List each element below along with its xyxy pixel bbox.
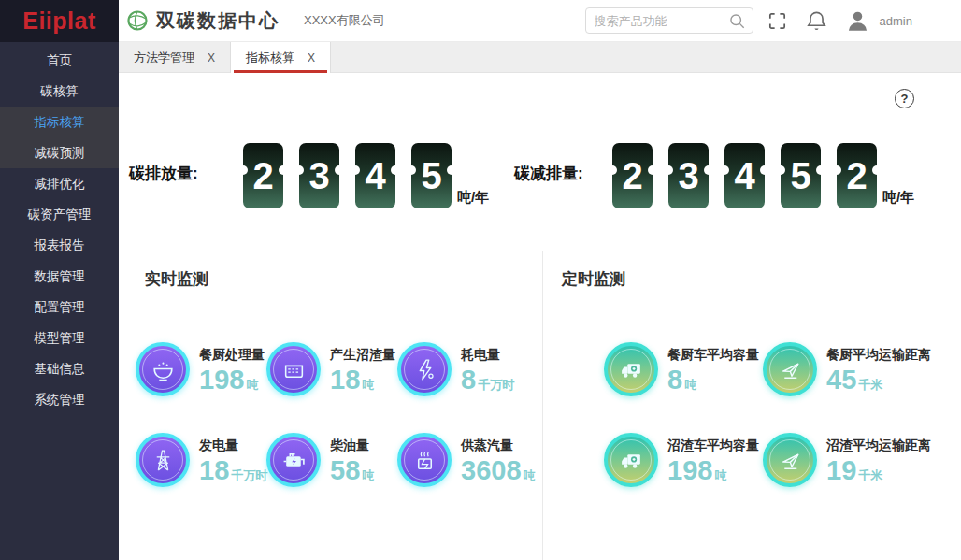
panel-scheduled-monitoring: 定时监测 餐厨车平均容量 8 吨 (542, 251, 961, 560)
sidebar-item-emission-reduction-optimization[interactable]: 减排优化 (0, 168, 119, 199)
app-logo: Eiiplat (0, 0, 119, 42)
sidebar-item-config-management[interactable]: 配置管理 (0, 292, 119, 323)
sidebar-item-data-management[interactable]: 数据管理 (0, 261, 119, 292)
metric-steam-supply: 供蒸汽量 3608 吨 (397, 433, 536, 487)
emission-counter-digits: 2 3 4 5 (243, 143, 452, 208)
flip-digit: 3 (668, 143, 709, 208)
reduction-counter-digits: 2 3 4 5 2 (612, 143, 877, 208)
help-icon[interactable]: ? (895, 89, 914, 108)
metric-value: 3608 (461, 455, 522, 485)
reduction-counter-unit: 吨/年 (882, 189, 914, 206)
metric-label: 餐厨车平均容量 (667, 347, 759, 363)
metric-unit: 吨 (362, 467, 374, 484)
search-input[interactable] (595, 14, 725, 28)
metric-value: 18 (330, 365, 360, 395)
flip-digit: 5 (781, 143, 821, 208)
navigation-icon (763, 342, 817, 396)
metric-label: 沼渣车平均容量 (667, 438, 759, 453)
power-tower-icon (136, 433, 190, 487)
metric-value: 198 (667, 455, 712, 485)
metric-label: 柴油量 (330, 438, 374, 453)
steam-boiler-icon (397, 433, 452, 487)
truck-icon (604, 433, 658, 487)
sidebar-item-carbon-accounting[interactable]: 碳核算 (0, 76, 119, 107)
emission-counter-label: 碳排放量: (129, 165, 198, 183)
sidebar-item-home[interactable]: 首页 (0, 45, 119, 76)
tab-label: 指标核算 (246, 50, 294, 66)
metric-value: 8 (667, 365, 682, 395)
metric-label: 发电量 (199, 438, 267, 453)
metric-unit: 吨 (684, 377, 696, 394)
metric-label: 餐厨处理量 (199, 347, 265, 363)
metric-unit: 千万时 (231, 467, 267, 484)
tab-indicator-accounting[interactable]: 指标核算 X (231, 42, 331, 73)
tab-bar: 方法学管理 X 指标核算 X (119, 42, 961, 73)
flip-digit: 4 (724, 143, 765, 208)
metric-label: 耗电量 (461, 347, 514, 363)
sidebar-item-carbon-asset-management[interactable]: 碳资产管理 (0, 199, 119, 230)
tab-methodology-management[interactable]: 方法学管理 X (119, 42, 231, 73)
metric-value: 8 (461, 365, 476, 395)
metric-unit: 吨 (524, 467, 536, 484)
panel-title: 实时监测 (145, 268, 208, 290)
panel-title: 定时监测 (562, 268, 625, 290)
metric-value: 18 (199, 455, 229, 485)
tab-label: 方法学管理 (134, 50, 194, 66)
metric-label: 餐厨平均运输距离 (826, 347, 931, 363)
company-name: XXXX有限公司 (304, 12, 385, 29)
metric-label: 供蒸汽量 (461, 438, 536, 453)
app: Eiiplat 首页 碳核算 指标核算 减碳预测 减排优化 碳资产管理 报表报告… (0, 0, 961, 560)
monitoring-panels: 实时监测 餐厨处理量 198 吨 (119, 251, 961, 560)
metric-unit: 吨 (714, 467, 726, 484)
sidebar-item-basic-info[interactable]: 基础信息 (0, 353, 119, 384)
metric-value: 198 (199, 365, 244, 395)
fullscreen-icon[interactable] (767, 10, 788, 32)
tab-close-icon[interactable]: X (308, 51, 315, 65)
flip-digit: 4 (355, 143, 395, 208)
search-icon[interactable] (727, 11, 747, 35)
truck-icon (604, 342, 658, 396)
metric-diesel: 柴油量 58 吨 (266, 433, 374, 487)
flip-digit: 2 (612, 143, 653, 208)
metric-kitchen-processing: 餐厨处理量 198 吨 (136, 342, 265, 396)
metric-unit: 千米 (858, 377, 882, 394)
bowl-icon (136, 342, 190, 396)
tab-close-icon[interactable]: X (208, 51, 215, 65)
bell-icon[interactable] (805, 9, 828, 33)
sidebar-item-indicator-accounting[interactable]: 指标核算 (0, 107, 119, 137)
avatar[interactable] (845, 8, 870, 34)
flip-digit: 2 (837, 143, 877, 208)
reduction-counter-label: 碳减排量: (514, 165, 583, 183)
sidebar-menu: 首页 碳核算 指标核算 减碳预测 减排优化 碳资产管理 报表报告 数据管理 配置… (0, 42, 119, 415)
metric-residue-truck-capacity: 沼渣车平均容量 198 吨 (604, 433, 759, 487)
navigation-icon (763, 433, 817, 487)
metric-label: 沼渣平均运输距离 (826, 438, 931, 453)
metric-label: 产生沼渣量 (330, 347, 395, 363)
sidebar-item-model-management[interactable]: 模型管理 (0, 323, 119, 353)
globe-icon (126, 9, 149, 32)
sidebar: Eiiplat 首页 碳核算 指标核算 减碳预测 减排优化 碳资产管理 报表报告… (0, 0, 119, 560)
engine-icon (266, 433, 321, 487)
sidebar-submenu-group: 指标核算 减碳预测 (0, 107, 119, 168)
metric-kitchen-transport-distance: 餐厨平均运输距离 45 千米 (763, 342, 931, 396)
tank-icon (266, 342, 321, 396)
sidebar-item-system-management[interactable]: 系统管理 (0, 384, 119, 415)
metric-unit: 吨 (362, 377, 374, 394)
search-box (585, 7, 753, 34)
username[interactable]: admin (880, 14, 912, 28)
metric-value: 58 (330, 455, 360, 485)
lightning-icon (397, 342, 452, 396)
flip-digit: 5 (411, 143, 452, 208)
metric-unit: 千万时 (478, 377, 514, 394)
flip-digit: 2 (243, 143, 283, 208)
sidebar-item-reports[interactable]: 报表报告 (0, 230, 119, 261)
metric-value: 19 (826, 455, 856, 485)
metric-power-generation: 发电量 18 千万时 (136, 433, 267, 487)
counters-section: ? 碳排放量: 2 3 4 5 吨/年 碳减排量: 2 3 4 5 2 吨/年 (119, 73, 961, 251)
panel-realtime-monitoring: 实时监测 餐厨处理量 198 吨 (119, 251, 542, 560)
sidebar-item-carbon-reduction-forecast[interactable]: 减碳预测 (0, 137, 119, 168)
metric-residue-transport-distance: 沼渣平均运输距离 19 千米 (763, 433, 931, 487)
metric-kitchen-truck-capacity: 餐厨车平均容量 8 吨 (604, 342, 759, 396)
metric-value: 45 (826, 365, 856, 395)
metric-unit: 千米 (858, 467, 882, 484)
